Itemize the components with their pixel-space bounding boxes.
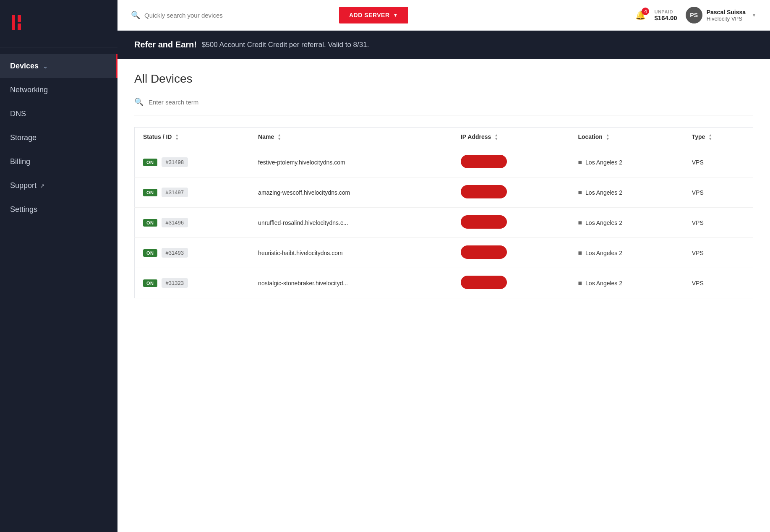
table-row[interactable]: ON #31496 unruffled-rosalind.hivelocityd… bbox=[135, 208, 753, 238]
sidebar-item-support[interactable]: Support ↗ bbox=[0, 174, 117, 198]
table-row[interactable]: ON #31493 heuristic-haibt.hivelocitydns.… bbox=[135, 238, 753, 268]
table-row[interactable]: ON #31498 festive-ptolemy.hivelocitydns.… bbox=[135, 147, 753, 177]
chevron-down-icon: ⌄ bbox=[43, 63, 48, 70]
topbar-search-input[interactable] bbox=[144, 12, 332, 19]
cell-name-1: amazing-wescoff.hivelocitydns.com bbox=[250, 177, 452, 208]
user-company: Hivelocity VPS bbox=[707, 16, 746, 22]
server-icon-1: ■ bbox=[578, 189, 582, 196]
sort-arrows-ip: ▲▼ bbox=[494, 133, 498, 141]
on-badge-1: ON bbox=[143, 189, 157, 196]
ip-pill-4 bbox=[461, 276, 507, 289]
add-server-label: ADD SERVER bbox=[349, 12, 390, 18]
sidebar-item-billing[interactable]: Billing bbox=[0, 150, 117, 174]
location-cell-4: ■ Los Angeles 2 bbox=[578, 279, 675, 287]
location-text-4: Los Angeles 2 bbox=[585, 280, 622, 287]
main-content: 🔍 ADD SERVER ▼ 🔔 4 UNPAID $164.00 PS Pas… bbox=[117, 0, 770, 532]
device-search-icon: 🔍 bbox=[134, 97, 144, 107]
cell-type-0: VPS bbox=[684, 147, 753, 177]
ip-pill-2 bbox=[461, 215, 507, 229]
table-body: ON #31498 festive-ptolemy.hivelocitydns.… bbox=[135, 147, 753, 298]
location-text-3: Los Angeles 2 bbox=[585, 250, 622, 256]
ip-pill-3 bbox=[461, 245, 507, 259]
on-badge-2: ON bbox=[143, 219, 157, 227]
cell-location-3: ■ Los Angeles 2 bbox=[569, 238, 683, 268]
topbar: 🔍 ADD SERVER ▼ 🔔 4 UNPAID $164.00 PS Pas… bbox=[117, 0, 770, 31]
devices-table: Status / ID ▲▼ Name ▲▼ IP Address ▲▼ L bbox=[134, 127, 753, 298]
server-icon-2: ■ bbox=[578, 219, 582, 227]
sidebar-item-settings[interactable]: Settings bbox=[0, 198, 117, 222]
banner-title: Refer and Earn! bbox=[134, 40, 197, 50]
on-badge-4: ON bbox=[143, 279, 157, 287]
cell-status-0: ON #31498 bbox=[135, 147, 250, 177]
referral-banner: Refer and Earn! $500 Account Credit Cred… bbox=[117, 31, 770, 59]
user-info: Pascal Suissa Hivelocity VPS bbox=[707, 9, 746, 22]
add-server-chevron-icon: ▼ bbox=[393, 12, 398, 18]
cell-status-2: ON #31496 bbox=[135, 208, 250, 238]
sidebar-logo-area bbox=[0, 0, 117, 47]
avatar: PS bbox=[686, 7, 702, 23]
status-cell-2: ON #31496 bbox=[143, 218, 241, 227]
column-header-name[interactable]: Name ▲▼ bbox=[250, 128, 452, 147]
cell-type-2: VPS bbox=[684, 208, 753, 238]
sidebar-item-devices[interactable]: Devices ⌄ bbox=[0, 54, 117, 78]
cell-status-4: ON #31323 bbox=[135, 268, 250, 298]
device-search-input[interactable] bbox=[149, 99, 274, 106]
device-search-area: 🔍 bbox=[134, 97, 753, 115]
cell-location-2: ■ Los Angeles 2 bbox=[569, 208, 683, 238]
topbar-search-area: 🔍 bbox=[131, 10, 332, 20]
cell-ip-0 bbox=[452, 147, 569, 177]
cell-status-3: ON #31493 bbox=[135, 238, 250, 268]
sidebar-item-label-devices: Devices bbox=[10, 62, 39, 70]
svg-rect-0 bbox=[12, 15, 15, 30]
table-row[interactable]: ON #31497 amazing-wescoff.hivelocitydns.… bbox=[135, 177, 753, 208]
column-header-ip[interactable]: IP Address ▲▼ bbox=[452, 128, 569, 147]
svg-rect-2 bbox=[18, 23, 21, 30]
sidebar-item-storage[interactable]: Storage bbox=[0, 126, 117, 150]
cell-type-4: VPS bbox=[684, 268, 753, 298]
search-icon: 🔍 bbox=[131, 10, 140, 20]
on-badge-0: ON bbox=[143, 159, 157, 166]
sort-arrows-type: ▲▼ bbox=[708, 133, 712, 141]
sidebar-item-networking[interactable]: Networking bbox=[0, 78, 117, 102]
sidebar-item-label-storage: Storage bbox=[10, 133, 37, 142]
add-server-button[interactable]: ADD SERVER ▼ bbox=[339, 7, 408, 23]
sort-arrows-status: ▲▼ bbox=[175, 133, 179, 141]
notification-badge: 4 bbox=[642, 8, 649, 15]
sidebar-item-label-support: Support bbox=[10, 181, 37, 190]
cell-name-2: unruffled-rosalind.hivelocitydns.c... bbox=[250, 208, 452, 238]
cell-name-4: nostalgic-stonebraker.hivelocityd... bbox=[250, 268, 452, 298]
cell-ip-3 bbox=[452, 238, 569, 268]
page-body: All Devices 🔍 Status / ID ▲▼ Name bbox=[117, 59, 770, 312]
server-icon-0: ■ bbox=[578, 159, 582, 166]
user-menu-chevron-icon: ▼ bbox=[752, 12, 757, 18]
device-id-3: #31493 bbox=[162, 248, 188, 258]
column-header-type[interactable]: Type ▲▼ bbox=[684, 128, 753, 147]
column-header-location[interactable]: Location ▲▼ bbox=[569, 128, 683, 147]
sidebar-item-label-dns: DNS bbox=[10, 110, 26, 118]
sort-arrows-name: ▲▼ bbox=[277, 133, 281, 141]
table-header-row: Status / ID ▲▼ Name ▲▼ IP Address ▲▼ L bbox=[135, 128, 753, 147]
ip-pill-1 bbox=[461, 185, 507, 198]
page-title: All Devices bbox=[134, 72, 753, 86]
device-id-1: #31497 bbox=[162, 188, 188, 197]
status-cell-1: ON #31497 bbox=[143, 188, 241, 197]
location-cell-0: ■ Los Angeles 2 bbox=[578, 159, 675, 166]
sort-arrows-location: ▲▼ bbox=[606, 133, 610, 141]
ip-pill-0 bbox=[461, 155, 507, 168]
logo-icon bbox=[10, 12, 32, 34]
cell-type-1: VPS bbox=[684, 177, 753, 208]
location-text-0: Los Angeles 2 bbox=[585, 159, 622, 166]
table-row[interactable]: ON #31323 nostalgic-stonebraker.hiveloci… bbox=[135, 268, 753, 298]
sidebar-item-dns[interactable]: DNS bbox=[0, 102, 117, 126]
column-header-status[interactable]: Status / ID ▲▼ bbox=[135, 128, 250, 147]
user-area[interactable]: PS Pascal Suissa Hivelocity VPS ▼ bbox=[686, 7, 757, 23]
sidebar-item-label-billing: Billing bbox=[10, 157, 30, 166]
sidebar-nav: Devices ⌄ Networking DNS Storage Billing… bbox=[0, 47, 117, 532]
sidebar: Devices ⌄ Networking DNS Storage Billing… bbox=[0, 0, 117, 532]
cell-location-1: ■ Los Angeles 2 bbox=[569, 177, 683, 208]
cell-ip-1 bbox=[452, 177, 569, 208]
billing-info: UNPAID $164.00 bbox=[654, 9, 677, 21]
user-name: Pascal Suissa bbox=[707, 9, 746, 16]
notification-bell[interactable]: 🔔 4 bbox=[635, 10, 646, 20]
cell-name-3: heuristic-haibt.hivelocitydns.com bbox=[250, 238, 452, 268]
